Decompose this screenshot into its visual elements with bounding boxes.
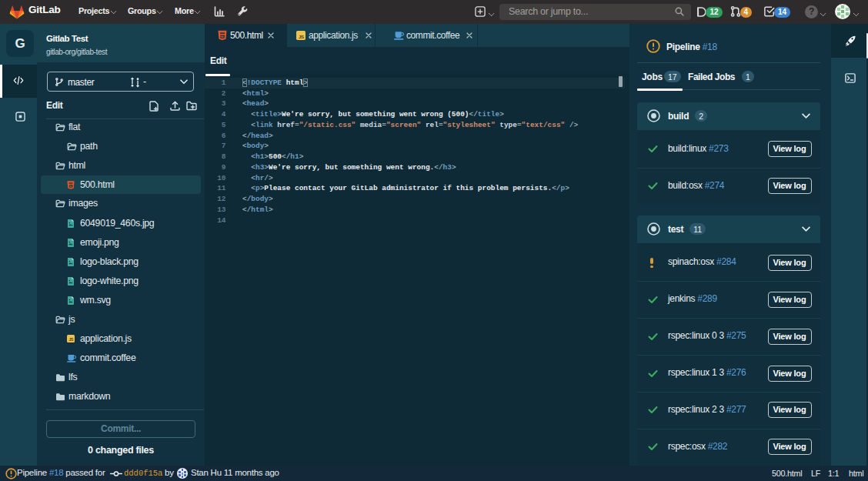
svg-text:JS: JS [299,34,304,39]
svg-text:JS: JS [68,337,74,342]
